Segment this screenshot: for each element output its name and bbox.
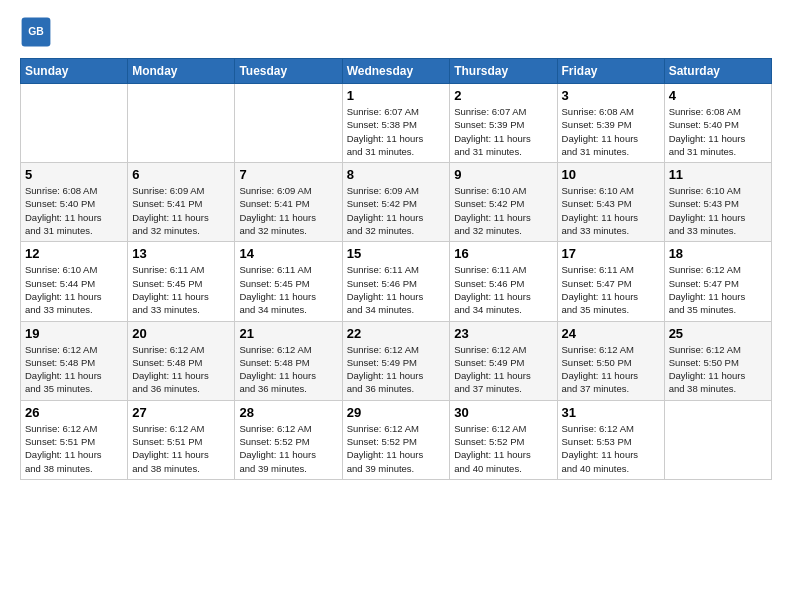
day-info: Sunrise: 6:11 AM Sunset: 5:46 PM Dayligh… (347, 263, 446, 316)
day-number: 8 (347, 167, 446, 182)
day-number: 15 (347, 246, 446, 261)
day-info: Sunrise: 6:10 AM Sunset: 5:44 PM Dayligh… (25, 263, 123, 316)
calendar-cell: 30Sunrise: 6:12 AM Sunset: 5:52 PM Dayli… (450, 400, 557, 479)
calendar-week-row: 1Sunrise: 6:07 AM Sunset: 5:38 PM Daylig… (21, 84, 772, 163)
day-number: 26 (25, 405, 123, 420)
day-info: Sunrise: 6:12 AM Sunset: 5:51 PM Dayligh… (132, 422, 230, 475)
weekday-header: Tuesday (235, 59, 342, 84)
day-number: 14 (239, 246, 337, 261)
day-info: Sunrise: 6:12 AM Sunset: 5:52 PM Dayligh… (454, 422, 552, 475)
day-number: 5 (25, 167, 123, 182)
calendar-cell: 28Sunrise: 6:12 AM Sunset: 5:52 PM Dayli… (235, 400, 342, 479)
day-info: Sunrise: 6:12 AM Sunset: 5:48 PM Dayligh… (239, 343, 337, 396)
calendar-cell: 19Sunrise: 6:12 AM Sunset: 5:48 PM Dayli… (21, 321, 128, 400)
calendar-week-row: 12Sunrise: 6:10 AM Sunset: 5:44 PM Dayli… (21, 242, 772, 321)
day-number: 27 (132, 405, 230, 420)
day-number: 18 (669, 246, 767, 261)
calendar-cell (128, 84, 235, 163)
day-number: 10 (562, 167, 660, 182)
calendar-cell: 31Sunrise: 6:12 AM Sunset: 5:53 PM Dayli… (557, 400, 664, 479)
day-number: 13 (132, 246, 230, 261)
calendar-week-row: 26Sunrise: 6:12 AM Sunset: 5:51 PM Dayli… (21, 400, 772, 479)
day-info: Sunrise: 6:12 AM Sunset: 5:51 PM Dayligh… (25, 422, 123, 475)
calendar-cell: 14Sunrise: 6:11 AM Sunset: 5:45 PM Dayli… (235, 242, 342, 321)
day-info: Sunrise: 6:12 AM Sunset: 5:49 PM Dayligh… (347, 343, 446, 396)
day-number: 30 (454, 405, 552, 420)
day-info: Sunrise: 6:09 AM Sunset: 5:42 PM Dayligh… (347, 184, 446, 237)
calendar-week-row: 5Sunrise: 6:08 AM Sunset: 5:40 PM Daylig… (21, 163, 772, 242)
calendar-cell: 15Sunrise: 6:11 AM Sunset: 5:46 PM Dayli… (342, 242, 450, 321)
day-number: 16 (454, 246, 552, 261)
day-info: Sunrise: 6:12 AM Sunset: 5:52 PM Dayligh… (347, 422, 446, 475)
calendar-cell: 7Sunrise: 6:09 AM Sunset: 5:41 PM Daylig… (235, 163, 342, 242)
day-info: Sunrise: 6:12 AM Sunset: 5:48 PM Dayligh… (132, 343, 230, 396)
day-info: Sunrise: 6:11 AM Sunset: 5:47 PM Dayligh… (562, 263, 660, 316)
day-info: Sunrise: 6:08 AM Sunset: 5:40 PM Dayligh… (669, 105, 767, 158)
day-info: Sunrise: 6:12 AM Sunset: 5:47 PM Dayligh… (669, 263, 767, 316)
weekday-header: Saturday (664, 59, 771, 84)
logo-icon: GB (20, 16, 52, 48)
day-number: 29 (347, 405, 446, 420)
weekday-header: Wednesday (342, 59, 450, 84)
calendar-cell: 27Sunrise: 6:12 AM Sunset: 5:51 PM Dayli… (128, 400, 235, 479)
day-info: Sunrise: 6:10 AM Sunset: 5:43 PM Dayligh… (562, 184, 660, 237)
calendar-cell: 29Sunrise: 6:12 AM Sunset: 5:52 PM Dayli… (342, 400, 450, 479)
calendar-cell: 2Sunrise: 6:07 AM Sunset: 5:39 PM Daylig… (450, 84, 557, 163)
svg-text:GB: GB (28, 26, 44, 37)
calendar-cell: 8Sunrise: 6:09 AM Sunset: 5:42 PM Daylig… (342, 163, 450, 242)
day-info: Sunrise: 6:08 AM Sunset: 5:40 PM Dayligh… (25, 184, 123, 237)
header: GB (20, 16, 772, 48)
day-info: Sunrise: 6:11 AM Sunset: 5:45 PM Dayligh… (132, 263, 230, 316)
day-info: Sunrise: 6:12 AM Sunset: 5:50 PM Dayligh… (669, 343, 767, 396)
day-info: Sunrise: 6:12 AM Sunset: 5:52 PM Dayligh… (239, 422, 337, 475)
weekday-header: Monday (128, 59, 235, 84)
logo: GB (20, 16, 56, 48)
day-number: 23 (454, 326, 552, 341)
day-info: Sunrise: 6:11 AM Sunset: 5:45 PM Dayligh… (239, 263, 337, 316)
day-number: 20 (132, 326, 230, 341)
day-info: Sunrise: 6:10 AM Sunset: 5:42 PM Dayligh… (454, 184, 552, 237)
calendar-cell (235, 84, 342, 163)
day-info: Sunrise: 6:11 AM Sunset: 5:46 PM Dayligh… (454, 263, 552, 316)
day-number: 28 (239, 405, 337, 420)
day-number: 24 (562, 326, 660, 341)
calendar-cell: 25Sunrise: 6:12 AM Sunset: 5:50 PM Dayli… (664, 321, 771, 400)
calendar-week-row: 19Sunrise: 6:12 AM Sunset: 5:48 PM Dayli… (21, 321, 772, 400)
calendar-cell: 23Sunrise: 6:12 AM Sunset: 5:49 PM Dayli… (450, 321, 557, 400)
weekday-header-row: SundayMondayTuesdayWednesdayThursdayFrid… (21, 59, 772, 84)
day-number: 11 (669, 167, 767, 182)
day-info: Sunrise: 6:08 AM Sunset: 5:39 PM Dayligh… (562, 105, 660, 158)
calendar-cell: 17Sunrise: 6:11 AM Sunset: 5:47 PM Dayli… (557, 242, 664, 321)
day-info: Sunrise: 6:07 AM Sunset: 5:39 PM Dayligh… (454, 105, 552, 158)
day-info: Sunrise: 6:09 AM Sunset: 5:41 PM Dayligh… (132, 184, 230, 237)
day-number: 12 (25, 246, 123, 261)
weekday-header: Sunday (21, 59, 128, 84)
day-info: Sunrise: 6:12 AM Sunset: 5:49 PM Dayligh… (454, 343, 552, 396)
day-number: 25 (669, 326, 767, 341)
calendar-cell: 10Sunrise: 6:10 AM Sunset: 5:43 PM Dayli… (557, 163, 664, 242)
calendar-cell: 18Sunrise: 6:12 AM Sunset: 5:47 PM Dayli… (664, 242, 771, 321)
weekday-header: Friday (557, 59, 664, 84)
day-info: Sunrise: 6:12 AM Sunset: 5:50 PM Dayligh… (562, 343, 660, 396)
calendar-cell: 11Sunrise: 6:10 AM Sunset: 5:43 PM Dayli… (664, 163, 771, 242)
day-number: 6 (132, 167, 230, 182)
calendar-cell: 21Sunrise: 6:12 AM Sunset: 5:48 PM Dayli… (235, 321, 342, 400)
calendar-cell: 26Sunrise: 6:12 AM Sunset: 5:51 PM Dayli… (21, 400, 128, 479)
weekday-header: Thursday (450, 59, 557, 84)
day-info: Sunrise: 6:12 AM Sunset: 5:53 PM Dayligh… (562, 422, 660, 475)
calendar-cell (21, 84, 128, 163)
day-number: 19 (25, 326, 123, 341)
day-number: 22 (347, 326, 446, 341)
calendar-cell: 5Sunrise: 6:08 AM Sunset: 5:40 PM Daylig… (21, 163, 128, 242)
day-number: 2 (454, 88, 552, 103)
calendar-cell: 12Sunrise: 6:10 AM Sunset: 5:44 PM Dayli… (21, 242, 128, 321)
day-number: 7 (239, 167, 337, 182)
day-info: Sunrise: 6:10 AM Sunset: 5:43 PM Dayligh… (669, 184, 767, 237)
calendar-cell: 16Sunrise: 6:11 AM Sunset: 5:46 PM Dayli… (450, 242, 557, 321)
calendar-cell: 4Sunrise: 6:08 AM Sunset: 5:40 PM Daylig… (664, 84, 771, 163)
calendar-cell: 24Sunrise: 6:12 AM Sunset: 5:50 PM Dayli… (557, 321, 664, 400)
day-number: 21 (239, 326, 337, 341)
day-number: 4 (669, 88, 767, 103)
calendar-cell: 6Sunrise: 6:09 AM Sunset: 5:41 PM Daylig… (128, 163, 235, 242)
day-info: Sunrise: 6:12 AM Sunset: 5:48 PM Dayligh… (25, 343, 123, 396)
